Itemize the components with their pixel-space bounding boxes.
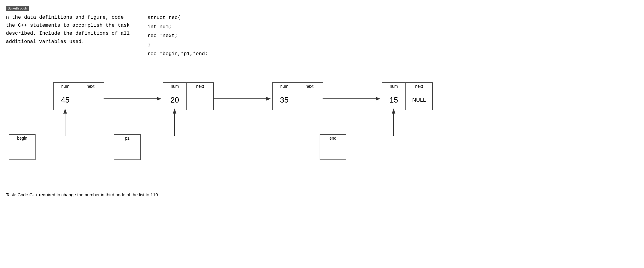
node-4-num-value: 15	[382, 90, 406, 110]
instruction-line2: the C++ statements to accomplish the tas…	[6, 21, 130, 29]
begin-body	[9, 142, 36, 160]
node-1-body: 45	[54, 90, 104, 110]
node-1-num-label: num	[54, 83, 77, 90]
instruction-line4: additional variables used.	[6, 38, 130, 46]
end-body	[320, 142, 346, 160]
node-2-header: num next	[163, 83, 213, 90]
begin-label: begin	[9, 134, 36, 142]
end-pointer: end	[320, 134, 346, 160]
node-3-num-label: num	[273, 83, 296, 90]
node-2-next-value	[187, 90, 213, 110]
instruction-line1: n the data definitions and figure, code	[6, 13, 130, 21]
svg-marker-3	[266, 97, 271, 100]
node-2-num-value: 20	[163, 90, 187, 110]
diagram-area: num next 45 num next 20 num next 35	[6, 71, 638, 183]
node-1-next-label: next	[77, 83, 104, 90]
node-3-next-value	[296, 90, 323, 110]
code-line5: rec *begin,*p1,*end;	[147, 50, 208, 59]
node-2: num next 20	[163, 82, 214, 110]
code-line4: }	[147, 41, 208, 50]
code-block: struct rec{ int num; rec *next; } rec *b…	[147, 13, 208, 59]
end-label: end	[320, 134, 346, 142]
node-4: num next 15 NULL	[382, 82, 433, 110]
node-4-num-label: num	[382, 83, 406, 90]
instructions: n the data definitions and figure, code …	[6, 13, 130, 59]
task-text: Task: Code C++ required to change the nu…	[6, 192, 638, 197]
node-3-next-label: next	[296, 83, 323, 90]
instruction-line3: described. Include the definitions of al…	[6, 29, 130, 37]
node-2-next-label: next	[187, 83, 213, 90]
node-1-header: num next	[54, 83, 104, 90]
p1-pointer: p1	[114, 134, 141, 160]
node-3-body: 35	[273, 90, 323, 110]
code-line2: int num;	[147, 23, 208, 32]
node-2-num-label: num	[163, 83, 187, 90]
node-4-next-value: NULL	[406, 90, 432, 110]
svg-marker-5	[376, 97, 380, 100]
node-3: num next 35	[272, 82, 323, 110]
node-4-header: num next	[382, 83, 432, 90]
p1-body	[114, 142, 141, 160]
strikethrough-label: Strikethrough	[6, 6, 29, 11]
node-2-body: 20	[163, 90, 213, 110]
node-3-header: num next	[273, 83, 323, 90]
node-3-num-value: 35	[273, 90, 296, 110]
top-section: n the data definitions and figure, code …	[6, 13, 638, 59]
node-1-next-value	[77, 90, 104, 110]
p1-label: p1	[114, 134, 141, 142]
svg-marker-1	[157, 97, 161, 100]
code-line3: rec *next;	[147, 31, 208, 41]
begin-pointer: begin	[9, 134, 36, 160]
node-1: num next 45	[53, 82, 104, 110]
node-4-body: 15 NULL	[382, 90, 432, 110]
node-4-next-label: next	[406, 83, 432, 90]
node-1-num-value: 45	[54, 90, 77, 110]
code-line1: struct rec{	[147, 13, 208, 23]
